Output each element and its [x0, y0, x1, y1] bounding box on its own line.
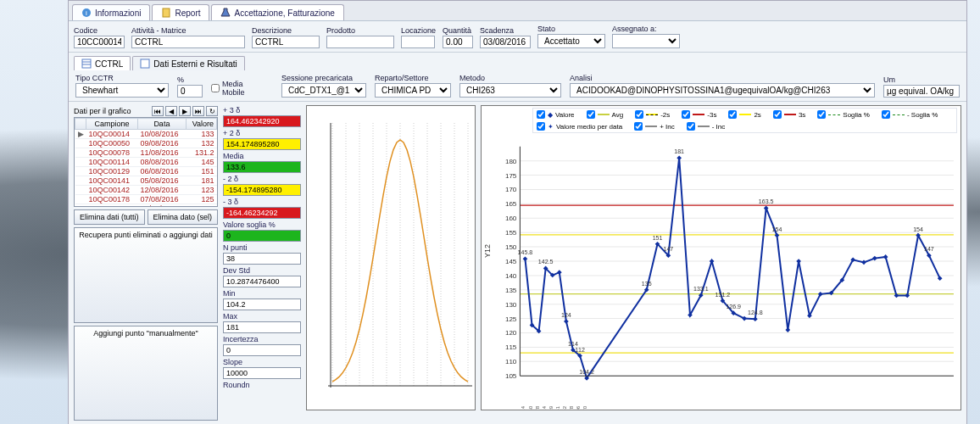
- prodotto-input[interactable]: [326, 36, 394, 48]
- svg-text:163.5: 163.5: [759, 198, 774, 204]
- scadenza-input[interactable]: [480, 36, 531, 48]
- value-m3d: -164.46234292: [223, 207, 301, 219]
- um-input[interactable]: [883, 85, 960, 98]
- table-row[interactable]: 10QC0014212/08/2016123: [75, 186, 217, 195]
- locazione-input[interactable]: [401, 36, 435, 48]
- col-data[interactable]: Data: [137, 119, 186, 130]
- table-row[interactable]: 10QC0020613/08/2016126.9: [75, 204, 217, 208]
- label-prodotto: Prodotto: [326, 26, 394, 35]
- svg-text:142.5: 142.5: [538, 259, 554, 265]
- value-media: 133.6: [223, 161, 301, 173]
- elimina-sel-button[interactable]: Elimina dato (sel): [148, 209, 219, 225]
- recupera-button[interactable]: Recupera punti eliminati o aggiungi dati: [74, 227, 218, 322]
- last-button[interactable]: ⏭: [192, 106, 204, 116]
- tab-report[interactable]: Report: [152, 4, 209, 20]
- tab-informazioni[interactable]: i Informazioni: [72, 4, 150, 20]
- media-mobile-checkbox[interactable]: [211, 84, 220, 92]
- label-npunti: N punti: [223, 243, 301, 252]
- legend-soglia-m: - Soglia %: [907, 111, 938, 119]
- table-row[interactable]: 10QC0005009/08/2016132: [75, 139, 217, 148]
- svg-text:10QC00142: 10QC00142: [562, 405, 567, 410]
- svg-rect-78: [677, 155, 682, 160]
- svg-text:154: 154: [913, 226, 923, 232]
- table-row[interactable]: 10QC0017807/08/2016125: [75, 195, 217, 204]
- legend-plus-inc: + Inc: [660, 123, 675, 131]
- tab-accettazione[interactable]: Accettazione, Fatturazione: [211, 4, 343, 20]
- label-codice: Codice: [74, 26, 125, 35]
- chk-plus-inc[interactable]: [634, 122, 643, 131]
- svg-text:104.2: 104.2: [579, 369, 594, 375]
- svg-text:175: 175: [505, 172, 517, 180]
- svg-text:10QC00178: 10QC00178: [569, 405, 574, 410]
- sessione-select[interactable]: CdC_DTX1_@1: [281, 83, 366, 98]
- reparto-select[interactable]: CHIMICA PD: [375, 83, 451, 98]
- main-area: Dati per il grafico ⏮ ◀ ▶ ⏭ ↻ CampioneDa…: [69, 102, 966, 424]
- label-roundn: Roundn: [223, 380, 301, 389]
- refresh-button[interactable]: ↻: [206, 106, 218, 116]
- chk-m2s[interactable]: [635, 110, 643, 119]
- svg-text:130: 130: [505, 301, 517, 309]
- control-chart: ◆Valore Avg -2s -3s 2s 3s Soglia % - Sog…: [481, 105, 961, 410]
- col-campione[interactable]: Campione: [86, 119, 138, 130]
- next-button[interactable]: ▶: [179, 106, 191, 116]
- subtab-dati-esterni[interactable]: Dati Esterni e Risultati: [132, 56, 244, 70]
- chk-minus-inc[interactable]: [687, 122, 695, 131]
- label-m3d: - 3 δ: [223, 197, 301, 206]
- tab-label: Report: [175, 8, 200, 18]
- label-percent: %: [177, 75, 203, 84]
- attivita-input[interactable]: [131, 36, 245, 48]
- chk-avg[interactable]: [587, 110, 595, 119]
- table-row[interactable]: 10QC0012906/08/2016151: [75, 167, 217, 176]
- svg-text:10QC00270: 10QC00270: [582, 405, 587, 410]
- percent-input[interactable]: [177, 85, 203, 98]
- descrizione-input[interactable]: [252, 36, 320, 48]
- svg-rect-89: [753, 316, 758, 321]
- first-button[interactable]: ⏮: [152, 106, 164, 116]
- assegnato-select[interactable]: [612, 34, 680, 48]
- table-row[interactable]: 10QC0014105/08/2016181: [75, 176, 217, 186]
- stato-select[interactable]: Accettato: [537, 34, 605, 48]
- svg-text:165: 165: [505, 200, 517, 208]
- svg-text:151: 151: [653, 235, 663, 241]
- flask-icon: [220, 8, 231, 18]
- data-grid[interactable]: CampioneDataValore ▶10QC0001410/08/20161…: [74, 117, 218, 207]
- analisi-select[interactable]: ACIDOOKAD@DINOPHYSITOSSINA1@ugequivalOA/…: [570, 83, 875, 98]
- chk-p2s[interactable]: [728, 110, 737, 119]
- aggiungi-button[interactable]: Aggiungi punto "manualmente": [74, 326, 218, 421]
- prev-button[interactable]: ◀: [165, 106, 177, 116]
- label-assegnato: Assegnato a:: [612, 25, 680, 33]
- tab-label: Informazioni: [95, 8, 141, 18]
- codice-input[interactable]: [74, 36, 125, 48]
- legend-minus-inc: - Inc: [712, 123, 726, 131]
- chk-soglia-m[interactable]: [882, 110, 890, 119]
- chk-soglia-p[interactable]: [817, 110, 826, 119]
- table-row[interactable]: 10QC0011408/08/2016145: [75, 158, 217, 167]
- svg-text:147: 147: [663, 246, 673, 252]
- label-scadenza: Scadenza: [480, 26, 531, 35]
- label-m2d: - 2 δ: [223, 174, 301, 183]
- legend-p2s: 2s: [754, 111, 760, 119]
- quantita-input[interactable]: [443, 36, 473, 48]
- label-descrizione: Descrizione: [252, 26, 320, 35]
- table-row[interactable]: ▶10QC0001410/08/2016133: [75, 130, 217, 139]
- subtab-cctrl[interactable]: CCTRL: [74, 56, 131, 70]
- value-max: 181: [223, 321, 301, 333]
- legend-m3s: -3s: [707, 111, 716, 119]
- tipo-select[interactable]: Shewhart: [75, 83, 169, 98]
- distribution-chart: [306, 105, 476, 410]
- legend-soglia-p: Soglia %: [843, 111, 870, 119]
- grid-icon: [81, 59, 92, 69]
- chk-p3s[interactable]: [773, 110, 782, 119]
- svg-text:10QC00206: 10QC00206: [576, 405, 581, 410]
- col-valore[interactable]: Valore: [186, 119, 216, 130]
- chk-valore[interactable]: [537, 110, 545, 119]
- svg-text:155: 155: [505, 229, 517, 237]
- chk-m3s[interactable]: [682, 110, 690, 119]
- label-slope: Slope: [223, 357, 301, 366]
- chk-media-data[interactable]: [537, 122, 545, 131]
- elimina-tutti-button[interactable]: Elimina dati (tutti): [74, 209, 145, 225]
- label-p3d: + 3 δ: [223, 105, 301, 114]
- svg-text:140: 140: [505, 272, 517, 280]
- table-row[interactable]: 10QC0007811/08/2016131.2: [75, 148, 217, 158]
- metodo-select[interactable]: CHI263: [459, 83, 561, 98]
